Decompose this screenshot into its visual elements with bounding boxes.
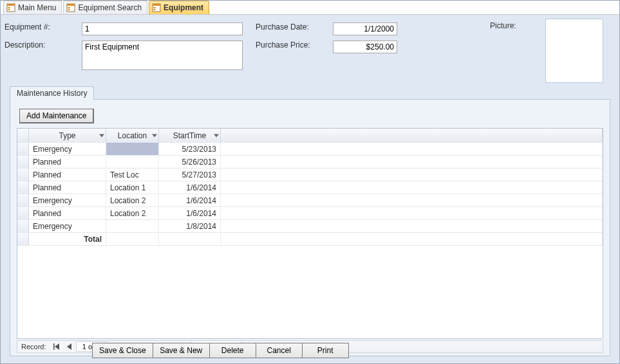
- svg-marker-13: [55, 343, 59, 350]
- row-selector[interactable]: [17, 181, 29, 194]
- cell-empty: [221, 181, 603, 194]
- equipment-number-label: Equipment #:: [5, 23, 82, 32]
- chevron-down-icon[interactable]: [152, 134, 157, 137]
- col-header-starttime[interactable]: StartTime: [159, 129, 221, 142]
- cell-location[interactable]: [106, 143, 159, 155]
- form-body: Equipment #: Description: Purchase Date:…: [1, 15, 619, 341]
- total-label: Total: [29, 233, 106, 245]
- svg-rect-3: [8, 9, 10, 10]
- chevron-down-icon[interactable]: [214, 134, 219, 137]
- cell-starttime[interactable]: 5/23/2013: [159, 143, 221, 155]
- table-row[interactable]: PlannedLocation 11/6/2014: [17, 181, 603, 194]
- form-icon: [66, 3, 75, 12]
- purchase-date-field[interactable]: [333, 23, 397, 35]
- cell-location[interactable]: Test Loc: [106, 168, 159, 181]
- chevron-down-icon[interactable]: [99, 134, 104, 137]
- description-field[interactable]: [82, 41, 243, 70]
- cell-location[interactable]: Location 1: [106, 181, 159, 194]
- table-row[interactable]: Planned5/26/2013: [17, 156, 603, 168]
- tab-equipment[interactable]: Equipment: [149, 1, 209, 14]
- cell-starttime[interactable]: 1/8/2014: [159, 220, 221, 232]
- select-all-corner[interactable]: [17, 129, 29, 142]
- cell-type[interactable]: Planned: [29, 181, 106, 194]
- cell-starttime[interactable]: 1/6/2014: [159, 181, 221, 194]
- record-label: Record:: [17, 343, 50, 350]
- save-close-button[interactable]: Save & Close: [92, 343, 153, 358]
- nav-prev-icon[interactable]: [63, 341, 76, 352]
- svg-marker-14: [67, 343, 71, 350]
- tab-label: Equipment Search: [78, 3, 142, 12]
- document-tabstrip: Main Menu Equipment Search Equipment: [1, 1, 619, 15]
- purchase-price-label: Purchase Price:: [256, 41, 333, 50]
- col-header-type[interactable]: Type: [29, 129, 106, 142]
- equipment-number-field[interactable]: [82, 23, 243, 35]
- add-maintenance-button[interactable]: Add Maintenance: [19, 109, 94, 123]
- subform-wrap: Maintenance History Add Maintenance Type…: [10, 86, 610, 356]
- tab-label: Equipment: [164, 3, 203, 12]
- svg-rect-10: [154, 7, 156, 8]
- cell-starttime[interactable]: 1/6/2014: [159, 194, 221, 206]
- tab-equipment-search[interactable]: Equipment Search: [63, 1, 147, 14]
- datasheet-header: Type Location StartTime: [17, 129, 603, 143]
- cell-type[interactable]: Emergency: [29, 143, 106, 155]
- cell-starttime[interactable]: 1/6/2014: [159, 207, 221, 219]
- row-selector[interactable]: [17, 194, 29, 206]
- svg-rect-5: [67, 4, 75, 6]
- table-row[interactable]: Emergency5/23/2013: [17, 143, 603, 156]
- row-selector[interactable]: [17, 207, 29, 219]
- cell-location[interactable]: Location 2: [106, 207, 159, 219]
- save-new-button[interactable]: Save & New: [153, 343, 210, 358]
- col-header-rest: [221, 129, 603, 142]
- row-selector[interactable]: [17, 156, 29, 168]
- subform-panel: Add Maintenance Type Location StartTime …: [10, 99, 610, 356]
- description-label: Description:: [5, 41, 82, 50]
- row-selector[interactable]: [17, 143, 29, 155]
- cell-location[interactable]: Location 2: [106, 194, 159, 206]
- cell-type[interactable]: Emergency: [29, 220, 106, 232]
- svg-rect-2: [8, 7, 10, 8]
- cell-type[interactable]: Planned: [29, 207, 106, 219]
- delete-button[interactable]: Delete: [210, 343, 256, 358]
- form-action-buttons: Save & Close Save & New Delete Cancel Pr…: [92, 343, 349, 358]
- cell-location[interactable]: [106, 220, 159, 232]
- cell-empty: [221, 207, 603, 219]
- cell-starttime[interactable]: 5/26/2013: [159, 156, 221, 168]
- svg-rect-6: [68, 7, 70, 8]
- purchase-price-field[interactable]: [333, 41, 397, 53]
- cell-empty: [221, 168, 603, 181]
- table-row[interactable]: PlannedLocation 21/6/2014: [17, 207, 603, 220]
- svg-rect-9: [153, 4, 160, 6]
- equipment-window: Main Menu Equipment Search Equipment Equ…: [0, 0, 620, 364]
- cell-type[interactable]: Planned: [29, 156, 106, 168]
- tab-main-menu[interactable]: Main Menu: [3, 1, 62, 14]
- nav-first-icon[interactable]: [50, 341, 63, 352]
- col-header-location[interactable]: Location: [106, 129, 159, 142]
- picture-label: Picture:: [490, 21, 516, 30]
- svg-rect-11: [154, 9, 156, 10]
- svg-rect-1: [7, 4, 15, 6]
- maintenance-datasheet[interactable]: Type Location StartTime Emergency5/23/20…: [17, 128, 603, 339]
- svg-rect-7: [68, 9, 70, 10]
- form-icon: [152, 3, 161, 12]
- row-selector[interactable]: [17, 220, 29, 232]
- datasheet-total-row: Total: [17, 233, 603, 246]
- cell-type[interactable]: Emergency: [29, 194, 106, 206]
- cell-empty: [221, 143, 603, 155]
- print-button[interactable]: Print: [303, 343, 349, 358]
- subform-tab-maintenance-history[interactable]: Maintenance History: [10, 86, 94, 100]
- table-row[interactable]: EmergencyLocation 21/6/2014: [17, 194, 603, 207]
- cancel-button[interactable]: Cancel: [256, 343, 303, 358]
- cell-location[interactable]: [106, 156, 159, 168]
- row-selector[interactable]: [17, 233, 29, 245]
- tab-label: Main Menu: [18, 3, 56, 12]
- row-selector[interactable]: [17, 168, 29, 181]
- form-icon: [6, 3, 15, 12]
- table-row[interactable]: Emergency1/8/2014: [17, 220, 603, 233]
- picture-box[interactable]: [545, 19, 603, 83]
- table-row[interactable]: PlannedTest Loc5/27/2013: [17, 168, 603, 181]
- cell-starttime[interactable]: 5/27/2013: [159, 168, 221, 181]
- cell-empty: [221, 156, 603, 168]
- cell-empty: [221, 220, 603, 232]
- cell-type[interactable]: Planned: [29, 168, 106, 181]
- purchase-date-label: Purchase Date:: [256, 23, 333, 32]
